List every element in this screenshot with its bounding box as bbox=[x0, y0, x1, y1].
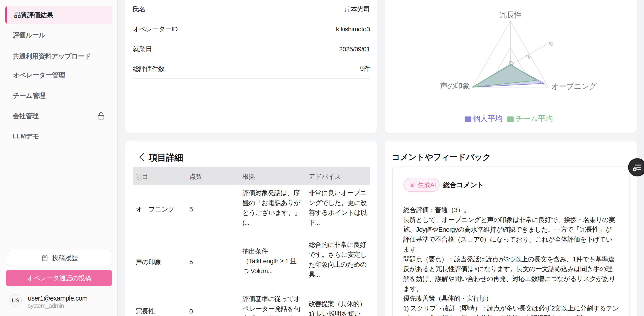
svg-text:チーム平均: チーム平均 bbox=[516, 114, 553, 123]
svg-text:個人平均: 個人平均 bbox=[473, 114, 502, 123]
svg-text:2: 2 bbox=[524, 53, 532, 60]
svg-text:声の印象: 声の印象 bbox=[440, 82, 470, 90]
svg-text:冗長性: 冗長性 bbox=[499, 11, 522, 19]
svg-text:オープニング: オープニング bbox=[551, 82, 597, 90]
svg-text:5: 5 bbox=[547, 40, 555, 47]
